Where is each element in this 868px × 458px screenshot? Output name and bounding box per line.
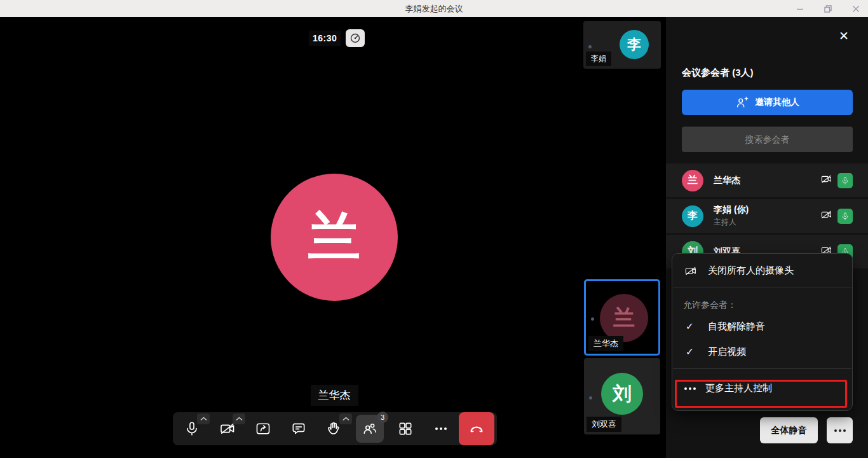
more-options-button[interactable] xyxy=(427,415,455,443)
avatar: 兰 xyxy=(682,170,703,191)
video-thumbnail-liushuangxi[interactable]: 刘 刘双喜 xyxy=(584,358,660,434)
invite-others-label: 邀请其他人 xyxy=(755,97,799,108)
participants-icon xyxy=(362,420,378,437)
meeting-toolbar: 3 xyxy=(173,412,497,445)
share-screen-icon xyxy=(255,420,271,437)
chat-icon xyxy=(290,420,307,437)
mute-all-button[interactable]: 全体静音 xyxy=(760,417,818,443)
camera-off-icon xyxy=(684,265,697,277)
layout-button[interactable] xyxy=(391,415,419,443)
camera-off-icon xyxy=(820,173,832,188)
checkmark-icon: ✓ xyxy=(686,321,708,332)
network-quality-button[interactable] xyxy=(346,29,365,47)
person-add-icon xyxy=(735,95,749,109)
raise-hand-options-chevron[interactable] xyxy=(339,413,352,424)
menu-item-label: 自我解除静音 xyxy=(708,321,765,333)
panel-more-button[interactable] xyxy=(827,417,853,443)
grid-layout-icon xyxy=(397,420,414,437)
menu-item-label: 更多主持人控制 xyxy=(705,382,772,394)
video-thumbnail-lijuan[interactable]: 李 李娟 xyxy=(583,21,661,69)
window-restore-button[interactable] xyxy=(821,2,835,16)
active-speaker-avatar: 兰 xyxy=(271,174,398,301)
meeting-stage: 16:30 兰 兰华杰 xyxy=(0,17,666,458)
participant-name: 李娟 (你) xyxy=(714,204,749,216)
hang-up-button[interactable] xyxy=(459,412,494,445)
camera-options-chevron[interactable] xyxy=(233,413,245,424)
participant-row-lanhuajie[interactable]: 兰 兰华杰 xyxy=(666,163,868,197)
chat-button[interactable] xyxy=(285,415,313,443)
search-participants-input[interactable] xyxy=(682,127,853,152)
menu-item-label: 开启视频 xyxy=(708,346,746,358)
window-titlebar: 李娟发起的会议 xyxy=(0,0,868,17)
video-thumbnail-lanhuajie-selected[interactable]: 兰 兰华杰 xyxy=(584,279,660,356)
host-controls-menu: 关闭所有人的摄像头 允许参会者： ✓ 自我解除静音 ✓ 开启视频 更多主持人控制 xyxy=(672,253,853,411)
invite-others-button[interactable]: 邀请其他人 xyxy=(682,90,853,115)
audio-status-dot xyxy=(589,396,592,399)
participant-name: 兰华杰 xyxy=(714,175,740,186)
menu-item-label: 关闭所有人的摄像头 xyxy=(708,265,794,277)
participant-name-tag: 兰华杰 xyxy=(588,336,623,351)
meeting-timer: 16:30 xyxy=(309,31,341,46)
avatar: 刘 xyxy=(601,373,643,415)
participants-button[interactable]: 3 xyxy=(356,415,384,443)
share-screen-button[interactable] xyxy=(249,415,277,443)
audio-status-dot xyxy=(588,45,592,48)
participant-name-tag: 刘双喜 xyxy=(587,417,621,432)
menu-section-label: 允许参会者： xyxy=(672,288,852,314)
microphone-options-chevron[interactable] xyxy=(197,413,210,424)
menu-divider xyxy=(673,368,851,369)
menu-item-allow-start-video[interactable]: ✓ 开启视频 xyxy=(672,339,852,364)
participant-role: 主持人 xyxy=(714,217,749,228)
hang-up-icon xyxy=(468,420,485,438)
menu-item-close-all-cameras[interactable]: 关闭所有人的摄像头 xyxy=(672,254,852,288)
window-minimize-button[interactable] xyxy=(793,2,807,16)
audio-status-dot xyxy=(591,317,594,321)
window-close-button[interactable] xyxy=(849,2,863,16)
gauge-icon xyxy=(349,32,361,44)
participant-name-tag: 李娟 xyxy=(586,52,611,66)
participant-row-lijuan[interactable]: 李 李娟 (你) 主持人 xyxy=(666,199,868,233)
mic-on-button[interactable] xyxy=(837,209,853,224)
active-speaker-name: 兰华杰 xyxy=(311,385,358,406)
panel-title: 会议参会者 (3人) xyxy=(682,67,754,79)
avatar: 李 xyxy=(620,30,649,59)
more-dots-icon xyxy=(684,387,696,390)
more-dots-icon xyxy=(834,429,846,432)
camera-off-icon xyxy=(820,209,832,223)
avatar: 兰 xyxy=(600,294,648,342)
more-dots-icon xyxy=(435,427,447,430)
checkmark-icon: ✓ xyxy=(686,346,708,357)
menu-item-more-host-controls[interactable]: 更多主持人控制 xyxy=(672,373,852,403)
avatar: 李 xyxy=(682,205,703,227)
mic-on-button[interactable] xyxy=(837,173,853,188)
close-panel-icon[interactable]: ✕ xyxy=(836,28,851,43)
menu-item-allow-unmute-self[interactable]: ✓ 自我解除静音 xyxy=(672,314,852,339)
avatar-initial: 兰 xyxy=(308,202,360,272)
window-title: 李娟发起的会议 xyxy=(405,3,463,15)
participants-count-badge: 3 xyxy=(377,412,388,423)
